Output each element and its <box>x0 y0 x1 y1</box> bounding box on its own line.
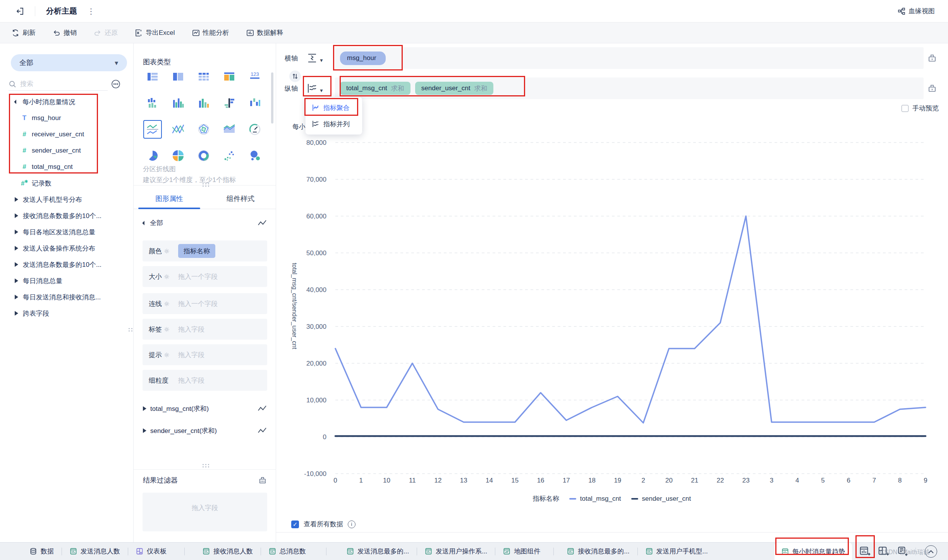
clear-filter-icon[interactable] <box>258 476 267 484</box>
dimension-pill-msg-hour[interactable]: msg_hour <box>340 52 386 65</box>
tree-group-collapsed[interactable]: 发送人设备操作系统分布 <box>0 240 134 256</box>
chart-type-gauge-icon[interactable] <box>246 120 264 139</box>
x-axis-drop-strip[interactable]: msg_hour <box>335 47 924 69</box>
view-all-data-checkbox[interactable]: ✓ <box>291 520 299 528</box>
swap-axes-button[interactable] <box>289 70 301 82</box>
aggregation-label[interactable]: 求和 <box>474 84 487 93</box>
chart-type-donut-icon[interactable] <box>194 146 213 165</box>
tab-graph-properties[interactable]: 图形属性 <box>134 190 205 209</box>
tree-group-collapsed[interactable]: 每日消息总量 <box>0 273 134 289</box>
drop-placeholder[interactable]: 拖入一个字段 <box>178 272 218 281</box>
chart-type-column-icon[interactable] <box>169 94 187 112</box>
measure-pill-total-msg-cnt[interactable]: total_msg_cnt 求和 <box>340 82 410 95</box>
chart-type-kpi-icon[interactable]: 123 <box>246 67 264 86</box>
bottom-tab-map-component[interactable]: 地图组件 <box>503 547 540 556</box>
data-explain-button[interactable]: 数据解释 <box>246 28 283 37</box>
gear-icon[interactable] <box>164 274 170 280</box>
add-chart-component-button[interactable] <box>859 546 871 557</box>
more-options-icon[interactable]: ⋮ <box>87 7 95 16</box>
add-dashboard-button[interactable] <box>878 546 889 557</box>
drop-placeholder[interactable]: 拖入字段 <box>178 376 204 385</box>
measure-pill-sender-user-cnt[interactable]: sender_user_cnt 求和 <box>415 82 494 95</box>
clear-y-axis-icon[interactable] <box>927 84 937 93</box>
chart-type-scrollbar[interactable] <box>271 72 273 124</box>
bottom-tab-data[interactable]: 数据 <box>29 547 54 556</box>
metric-sender-user-cnt[interactable]: sender_user_cnt(求和) <box>143 422 267 440</box>
chart-type-grouped-bar-icon[interactable] <box>143 94 162 112</box>
bottom-tab-most-sent[interactable]: 发送消息最多的... <box>347 547 409 556</box>
chart-type-area-icon[interactable] <box>220 120 239 139</box>
info-icon[interactable]: i <box>348 520 356 528</box>
add-copy-button[interactable] <box>896 546 908 557</box>
field-record-count[interactable]: #✱ 记录数 <box>0 175 134 191</box>
chart-type-multicolor-column-icon[interactable] <box>194 94 213 112</box>
y-axis-type-button[interactable]: ▼ <box>306 82 324 94</box>
tree-group-hourly[interactable]: 每小时消息量情况 <box>0 94 134 110</box>
bottom-tab-hourly-trend-active[interactable]: 每小时消息量趋势 <box>775 543 852 560</box>
bottom-tab-phone-model[interactable]: 发送用户手机型... <box>646 547 708 556</box>
drop-placeholder[interactable]: 拖入一个字段 <box>178 299 218 308</box>
tree-group-collapsed[interactable]: 跨表字段 <box>0 305 134 321</box>
chart-type-sharp-line-icon[interactable] <box>169 120 187 139</box>
refresh-button[interactable]: 刷新 <box>12 28 36 37</box>
color-field-pill[interactable]: 指标名称 <box>178 244 215 258</box>
clear-x-axis-icon[interactable] <box>927 53 937 63</box>
x-axis-type-button[interactable]: ▼ <box>306 52 324 64</box>
field-msg-hour[interactable]: T msg_hour <box>0 110 134 126</box>
gear-icon[interactable] <box>164 352 170 358</box>
tree-group-collapsed[interactable]: 接收消息条数最多的10个... <box>0 208 134 224</box>
chart-type-bubble-icon[interactable] <box>246 146 264 165</box>
lineage-view-button[interactable]: 血缘视图 <box>898 7 935 15</box>
undo-button[interactable]: 撤销 <box>53 28 77 37</box>
chart-type-bar-icon[interactable] <box>220 94 239 112</box>
metric-total-msg-cnt[interactable]: total_msg_cnt(求和) <box>143 400 267 417</box>
aggregation-label[interactable]: 求和 <box>391 84 404 93</box>
chart-type-group-table-icon[interactable] <box>169 67 187 86</box>
chart-type-multicolor-pie-icon[interactable] <box>169 146 187 165</box>
menu-item-metric-parallel[interactable]: 指标并列 <box>306 116 362 132</box>
chart-type-line-icon-selected[interactable] <box>143 120 162 139</box>
field-total-msg-cnt[interactable]: # total_msg_cnt <box>0 159 134 175</box>
performance-analysis-button[interactable]: 性能分析 <box>192 28 229 37</box>
gear-icon[interactable] <box>164 248 170 254</box>
legend-item-total-msg-cnt[interactable]: total_msg_cnt <box>569 495 621 503</box>
gear-icon[interactable] <box>164 301 170 307</box>
collapse-bar-button[interactable] <box>925 545 937 558</box>
bottom-tab-send-users[interactable]: 发送消息人数 <box>70 547 120 556</box>
tree-group-collapsed[interactable]: 发送消息条数最多的10个... <box>0 256 134 273</box>
field-receiver-user-cnt[interactable]: # receiver_user_cnt <box>0 126 134 143</box>
series-group-all[interactable]: 全部 <box>143 218 267 227</box>
bottom-tab-send-os[interactable]: 发送用户操作系... <box>425 547 487 556</box>
legend-item-sender-user-cnt[interactable]: sender_user_cnt <box>631 495 691 503</box>
bottom-tab-total-messages[interactable]: 总消息数 <box>269 547 306 556</box>
gear-icon[interactable] <box>164 326 170 332</box>
chart-type-waterfall-icon[interactable] <box>246 94 264 112</box>
chart-type-pie-icon[interactable] <box>143 146 162 165</box>
scope-selector[interactable]: 全部 ▼ <box>11 54 127 71</box>
drop-placeholder[interactable]: 拖入字段 <box>178 350 204 359</box>
tree-group-collapsed[interactable]: 每日各地区发送消息总量 <box>0 224 134 240</box>
manual-preview-checkbox[interactable] <box>902 105 908 112</box>
tab-component-style[interactable]: 组件样式 <box>205 190 276 209</box>
search-more-icon[interactable] <box>111 79 121 89</box>
chart-type-cross-table-icon[interactable] <box>194 67 213 86</box>
chart-type-scatter-icon[interactable] <box>220 146 239 165</box>
tree-group-collapsed[interactable]: 每日发送消息和接收消息... <box>0 289 134 305</box>
menu-item-metric-aggregate[interactable]: 指标聚合 <box>306 100 362 116</box>
field-sender-user-cnt[interactable]: # sender_user_cnt <box>0 143 134 159</box>
chart-type-radar-icon[interactable] <box>194 120 213 139</box>
chart-type-table-icon[interactable] <box>143 67 162 86</box>
bottom-tab-receive-users[interactable]: 接收消息人数 <box>203 547 253 556</box>
redo-button[interactable]: 还原 <box>94 28 118 37</box>
exit-icon[interactable] <box>15 7 25 16</box>
tree-group-collapsed[interactable]: 发送人手机型号分布 <box>0 191 134 208</box>
y-axis-drop-strip[interactable]: total_msg_cnt 求和 sender_user_cnt 求和 <box>335 77 924 99</box>
drop-placeholder[interactable]: 拖入字段 <box>178 325 204 334</box>
bottom-tab-dashboard[interactable]: 仪表板 <box>136 547 167 556</box>
bottom-tab-most-received[interactable]: 接收消息最多的... <box>567 547 629 556</box>
chart-type-color-table-icon[interactable] <box>220 67 239 86</box>
search-input[interactable] <box>20 80 94 88</box>
section-resize-handle[interactable] <box>203 464 210 467</box>
export-excel-button[interactable]: 导出Excel <box>135 28 175 37</box>
filter-drop-zone[interactable]: 拖入字段 <box>143 493 267 531</box>
